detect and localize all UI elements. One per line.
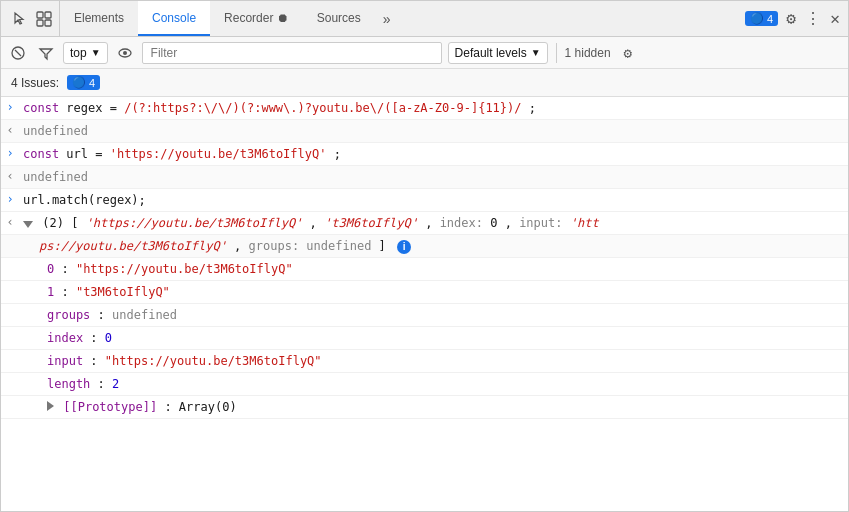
row-gutter-output: ‹: [1, 120, 19, 137]
issues-badge-tab[interactable]: 🔵 4: [745, 11, 778, 26]
array-item-groups: groups : undefined: [19, 304, 848, 326]
tab-elements[interactable]: Elements: [60, 1, 138, 36]
close-icon[interactable]: ✕: [826, 10, 844, 28]
array-item-0: 0 : "https://youtu.be/t3M6toIflyQ": [19, 258, 848, 280]
console-row-item: 0 : "https://youtu.be/t3M6toIflyQ": [1, 258, 848, 281]
console-row-array: ‹ (2) [ 'https://youtu.be/t3M6toIflyQ' ,…: [1, 212, 848, 235]
divider: [556, 43, 557, 63]
filter-icon[interactable]: [35, 42, 57, 64]
console-row-array-cont: ps://youtu.be/t3M6toIflyQ' , groups: und…: [1, 235, 848, 258]
settings-icon[interactable]: ⚙: [782, 10, 800, 28]
row-gutter-blank: [1, 396, 19, 399]
console-row-item: groups : undefined: [1, 304, 848, 327]
issues-bar: 4 Issues: 🔵 4: [1, 69, 848, 97]
console-row-item: input : "https://youtu.be/t3M6toIflyQ": [1, 350, 848, 373]
console-row-item: 1 : "t3M6toIflyQ": [1, 281, 848, 304]
row-gutter-blank: [1, 304, 19, 307]
chevron-down-icon: ▼: [531, 47, 541, 58]
row-gutter-blank: [1, 258, 19, 261]
tab-console[interactable]: Console: [138, 1, 210, 36]
hidden-count: 1 hidden: [565, 46, 611, 60]
pointer-icon[interactable]: [11, 10, 29, 28]
context-selector[interactable]: top ▼: [63, 42, 108, 64]
row-gutter-input[interactable]: ›: [1, 189, 19, 206]
console-input-3: url.match(regex);: [19, 189, 848, 211]
expand-toggle[interactable]: [23, 221, 33, 228]
filter-input[interactable]: [142, 42, 442, 64]
console-toolbar: top ▼ Default levels ▼ 1 hidden ⚙: [1, 37, 848, 69]
svg-rect-0: [37, 12, 43, 18]
more-options-icon[interactable]: ⋮: [804, 10, 822, 28]
row-gutter-blank: [1, 327, 19, 330]
expand-icon[interactable]: [47, 401, 54, 411]
console-row-item: length : 2: [1, 373, 848, 396]
svg-point-7: [123, 51, 127, 55]
badge-icon: 🔵: [750, 12, 764, 25]
console-row: › url.match(regex);: [1, 189, 848, 212]
clear-console-button[interactable]: [7, 42, 29, 64]
array-item-index: index : 0: [19, 327, 848, 349]
console-row: › const url = 'https://youtu.be/t3M6toIf…: [1, 143, 848, 166]
console-input-1: const regex = /(?:https?:\/\/)(?:www\.)?…: [19, 97, 848, 119]
console-output-2: undefined: [19, 166, 848, 188]
array-item-1: 1 : "t3M6toIflyQ": [19, 281, 848, 303]
row-gutter-blank: [1, 373, 19, 376]
svg-rect-3: [45, 20, 51, 26]
console-row: ‹ undefined: [1, 120, 848, 143]
info-icon[interactable]: i: [397, 240, 411, 254]
row-gutter-output: ‹: [1, 212, 19, 229]
eye-icon[interactable]: [114, 42, 136, 64]
row-gutter-input[interactable]: ›: [1, 97, 19, 114]
tab-recorder[interactable]: Recorder ⏺: [210, 1, 303, 36]
row-gutter-blank: [1, 235, 19, 238]
tab-right-controls: 🔵 4 ⚙ ⋮ ✕: [745, 10, 844, 28]
console-array-cont: ps://youtu.be/t3M6toIflyQ' , groups: und…: [19, 235, 848, 257]
console-output-1: undefined: [19, 120, 848, 142]
row-gutter-input[interactable]: ›: [1, 143, 19, 160]
console-row: ‹ undefined: [1, 166, 848, 189]
devtools-icons: [5, 1, 60, 36]
more-tabs-button[interactable]: »: [375, 7, 399, 31]
tab-bar: Elements Console Recorder ⏺ Sources » 🔵 …: [1, 1, 848, 37]
console-row-item: [[Prototype]] : Array(0): [1, 396, 848, 419]
array-item-length: length : 2: [19, 373, 848, 395]
chevron-down-icon: ▼: [91, 47, 101, 58]
array-item-input: input : "https://youtu.be/t3M6toIflyQ": [19, 350, 848, 372]
svg-rect-1: [45, 12, 51, 18]
settings-gear-icon[interactable]: ⚙: [617, 42, 639, 64]
svg-rect-2: [37, 20, 43, 26]
svg-line-5: [15, 50, 21, 56]
console-row-item: index : 0: [1, 327, 848, 350]
console-output[interactable]: › const regex = /(?:https?:\/\/)(?:www\.…: [1, 97, 848, 512]
console-row: › const regex = /(?:https?:\/\/)(?:www\.…: [1, 97, 848, 120]
row-gutter-blank: [1, 350, 19, 353]
tab-sources[interactable]: Sources: [303, 1, 375, 36]
issues-label: 4 Issues:: [11, 76, 59, 90]
issues-count-badge[interactable]: 🔵 4: [67, 75, 100, 90]
row-gutter-blank: [1, 281, 19, 284]
inspect-icon[interactable]: [35, 10, 53, 28]
log-levels-selector[interactable]: Default levels ▼: [448, 42, 548, 64]
console-input-2: const url = 'https://youtu.be/t3M6toIfly…: [19, 143, 848, 165]
row-gutter-output: ‹: [1, 166, 19, 183]
console-output-array-summary[interactable]: (2) [ 'https://youtu.be/t3M6toIflyQ' , '…: [19, 212, 848, 234]
array-item-prototype[interactable]: [[Prototype]] : Array(0): [19, 396, 848, 418]
